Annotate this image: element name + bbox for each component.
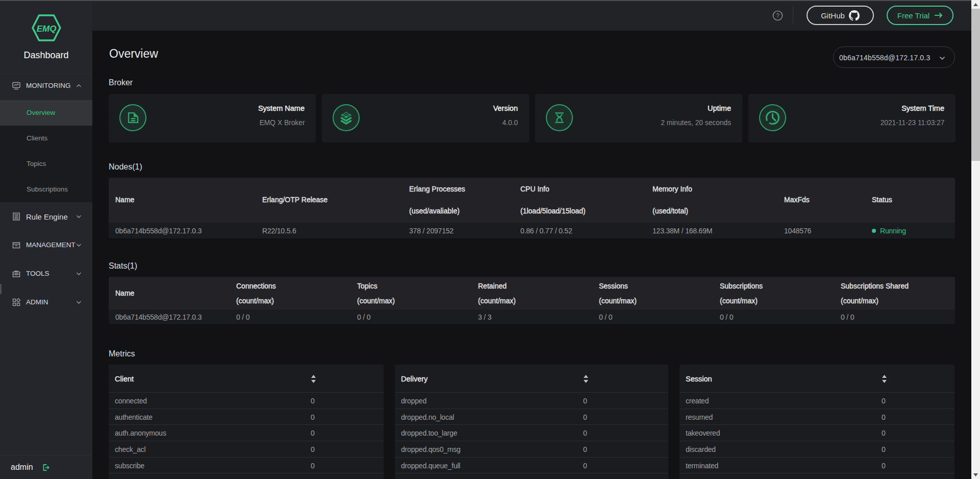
svg-text:?: ? bbox=[776, 12, 780, 19]
svg-text:EMQ: EMQ bbox=[37, 24, 57, 34]
